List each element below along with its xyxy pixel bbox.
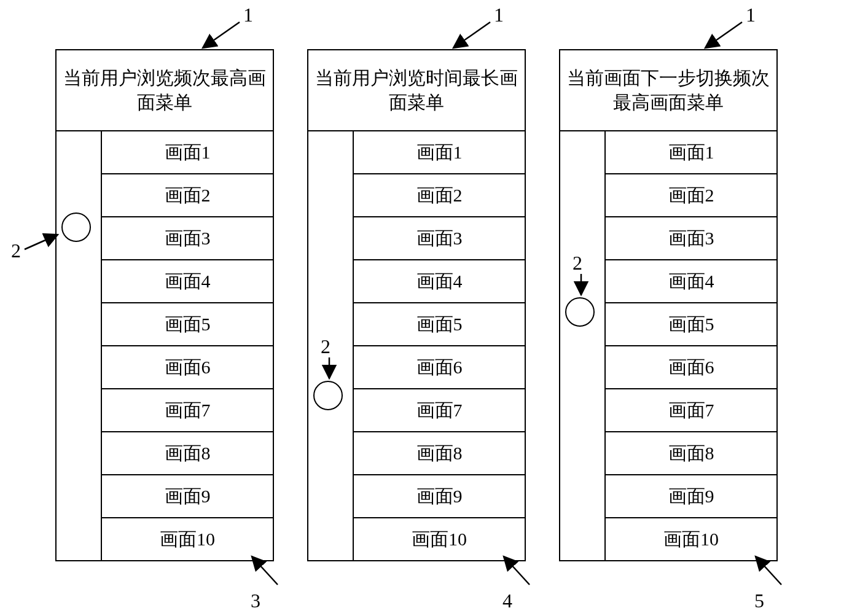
list-item[interactable]: 画面2: [102, 174, 273, 217]
marker-circle-b: [313, 381, 343, 410]
menu-c-items: 画面1 画面2 画面3 画面4 画面5 画面6 画面7 画面8 画面9 画面10: [604, 131, 776, 560]
menus-row: 当前用户浏览频次最高画面菜单 画面1 画面2 画面3 画面4 画面5 画面6 画…: [55, 49, 778, 561]
menu-a-items: 画面1 画面2 画面3 画面4 画面5 画面6 画面7 画面8 画面9 画面10: [101, 131, 273, 560]
marker-circle-a: [61, 212, 91, 242]
list-item[interactable]: 画面8: [354, 432, 525, 475]
label-2c: 2: [573, 252, 582, 275]
list-item[interactable]: 画面6: [354, 346, 525, 389]
label-4: 4: [502, 590, 512, 612]
menu-b-items: 画面1 画面2 画面3 画面4 画面5 画面6 画面7 画面8 画面9 画面10: [353, 131, 525, 560]
menu-c-spacer: [560, 131, 604, 560]
marker-circle-c: [565, 297, 595, 327]
label-1c: 1: [746, 4, 756, 26]
list-item[interactable]: 画面2: [354, 174, 525, 217]
menu-b-title: 当前用户浏览时间最长画面菜单: [308, 50, 525, 131]
list-item[interactable]: 画面1: [102, 131, 273, 174]
list-item[interactable]: 画面10: [354, 518, 525, 560]
list-item[interactable]: 画面3: [606, 217, 776, 260]
arrow-1c: [693, 17, 748, 54]
list-item[interactable]: 画面4: [354, 260, 525, 303]
arrow-1a: [190, 17, 246, 54]
list-item[interactable]: 画面2: [606, 174, 776, 217]
list-item[interactable]: 画面5: [102, 303, 273, 346]
label-5: 5: [754, 590, 764, 612]
arrow-1b: [441, 17, 496, 54]
list-item[interactable]: 画面8: [606, 432, 776, 475]
list-item[interactable]: 画面7: [102, 389, 273, 432]
list-item[interactable]: 画面7: [606, 389, 776, 432]
menu-a-spacer: [57, 131, 101, 560]
list-item[interactable]: 画面4: [606, 260, 776, 303]
list-item[interactable]: 画面6: [606, 346, 776, 389]
menu-b: 当前用户浏览时间最长画面菜单 画面1 画面2 画面3 画面4 画面5 画面6 画…: [307, 49, 526, 561]
list-item[interactable]: 画面9: [102, 475, 273, 518]
menu-b-spacer: [308, 131, 353, 560]
menu-a-title: 当前用户浏览频次最高画面菜单: [57, 50, 273, 131]
menu-a: 当前用户浏览频次最高画面菜单 画面1 画面2 画面3 画面4 画面5 画面6 画…: [55, 49, 274, 561]
list-item[interactable]: 画面8: [102, 432, 273, 475]
svg-line-1: [453, 22, 490, 48]
list-item[interactable]: 画面9: [606, 475, 776, 518]
list-item[interactable]: 画面1: [606, 131, 776, 174]
list-item[interactable]: 画面1: [354, 131, 525, 174]
list-item[interactable]: 画面3: [102, 217, 273, 260]
list-item[interactable]: 画面6: [102, 346, 273, 389]
label-2b: 2: [321, 335, 330, 358]
label-3: 3: [251, 590, 260, 612]
list-item[interactable]: 画面9: [354, 475, 525, 518]
diagram-root: 1 1 1 当前用户浏览频次最高画面菜单 画面1 画面2 画面3 画面4 画面5…: [0, 0, 860, 616]
list-item[interactable]: 画面10: [102, 518, 273, 560]
list-item[interactable]: 画面7: [354, 389, 525, 432]
list-item[interactable]: 画面5: [354, 303, 525, 346]
menu-c-title: 当前画面下一步切换频次最高画面菜单: [560, 50, 776, 131]
svg-line-3: [25, 235, 58, 249]
label-2a: 2: [11, 240, 21, 262]
list-item[interactable]: 画面10: [606, 518, 776, 560]
label-1a: 1: [243, 4, 253, 26]
list-item[interactable]: 画面4: [102, 260, 273, 303]
svg-line-0: [203, 22, 240, 48]
svg-line-2: [705, 22, 742, 48]
label-1b: 1: [494, 4, 504, 26]
list-item[interactable]: 画面5: [606, 303, 776, 346]
list-item[interactable]: 画面3: [354, 217, 525, 260]
